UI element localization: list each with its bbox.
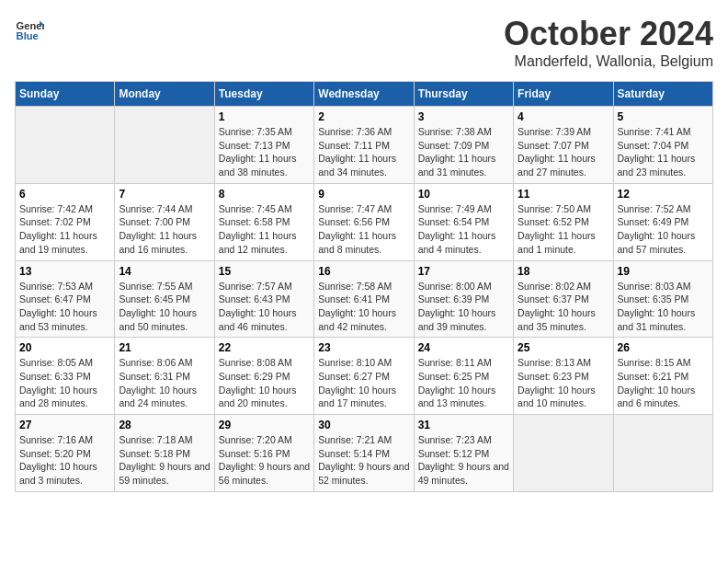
day-info: Sunrise: 7:57 AMSunset: 6:43 PMDaylight:… <box>219 280 310 334</box>
calendar-day-header: Thursday <box>414 82 513 107</box>
day-info: Sunrise: 7:39 AMSunset: 7:07 PMDaylight:… <box>518 125 609 179</box>
calendar-body: 1Sunrise: 7:35 AMSunset: 7:13 PMDaylight… <box>16 107 713 492</box>
location: Manderfeld, Wallonia, Belgium <box>504 53 713 70</box>
day-number: 20 <box>19 341 110 354</box>
day-info: Sunrise: 8:05 AMSunset: 6:33 PMDaylight:… <box>19 356 110 410</box>
calendar-day-header: Sunday <box>16 82 115 107</box>
calendar-cell <box>115 107 214 184</box>
day-number: 28 <box>119 419 210 431</box>
day-number: 16 <box>318 265 409 278</box>
day-number: 4 <box>518 110 609 123</box>
calendar-cell: 14Sunrise: 7:55 AMSunset: 6:45 PMDayligh… <box>115 260 214 338</box>
calendar-cell: 12Sunrise: 7:52 AMSunset: 6:49 PMDayligh… <box>613 183 712 260</box>
day-number: 6 <box>19 188 110 201</box>
day-info: Sunrise: 8:11 AMSunset: 6:25 PMDaylight:… <box>418 356 509 410</box>
day-info: Sunrise: 7:45 AMSunset: 6:58 PMDaylight:… <box>219 202 310 257</box>
day-number: 29 <box>219 419 310 431</box>
calendar-cell: 7Sunrise: 7:44 AMSunset: 7:00 PMDaylight… <box>115 183 214 260</box>
logo-icon: General Blue <box>15 15 44 44</box>
calendar-cell: 1Sunrise: 7:35 AMSunset: 7:13 PMDaylight… <box>214 107 313 184</box>
calendar-week-row: 20Sunrise: 8:05 AMSunset: 6:33 PMDayligh… <box>16 338 713 415</box>
day-info: Sunrise: 7:44 AMSunset: 7:00 PMDaylight:… <box>119 202 210 257</box>
day-number: 27 <box>19 419 110 431</box>
calendar-day-header: Saturday <box>613 82 712 107</box>
day-info: Sunrise: 7:42 AMSunset: 7:02 PMDaylight:… <box>19 202 110 257</box>
calendar-cell: 25Sunrise: 8:13 AMSunset: 6:23 PMDayligh… <box>514 338 613 415</box>
calendar-cell: 27Sunrise: 7:16 AMSunset: 5:20 PMDayligh… <box>16 415 115 492</box>
day-number: 24 <box>418 341 509 354</box>
calendar-week-row: 6Sunrise: 7:42 AMSunset: 7:02 PMDaylight… <box>16 183 713 260</box>
day-info: Sunrise: 8:06 AMSunset: 6:31 PMDaylight:… <box>119 356 210 410</box>
day-number: 23 <box>318 341 409 354</box>
day-info: Sunrise: 8:03 AMSunset: 6:35 PMDaylight:… <box>618 280 709 334</box>
day-info: Sunrise: 7:36 AMSunset: 7:11 PMDaylight:… <box>318 125 409 179</box>
day-number: 2 <box>318 110 409 123</box>
calendar-day-header: Tuesday <box>214 82 313 107</box>
calendar-cell: 20Sunrise: 8:05 AMSunset: 6:33 PMDayligh… <box>16 338 115 415</box>
calendar-header-row: SundayMondayTuesdayWednesdayThursdayFrid… <box>16 82 713 107</box>
calendar-cell: 30Sunrise: 7:21 AMSunset: 5:14 PMDayligh… <box>314 415 414 492</box>
day-number: 21 <box>119 341 210 354</box>
day-number: 12 <box>618 188 709 201</box>
calendar-cell: 15Sunrise: 7:57 AMSunset: 6:43 PMDayligh… <box>214 260 313 338</box>
calendar-cell: 28Sunrise: 7:18 AMSunset: 5:18 PMDayligh… <box>115 415 214 492</box>
calendar-cell: 5Sunrise: 7:41 AMSunset: 7:04 PMDaylight… <box>613 107 712 184</box>
calendar-cell: 18Sunrise: 8:02 AMSunset: 6:37 PMDayligh… <box>514 260 613 338</box>
day-number: 31 <box>418 419 509 431</box>
day-number: 9 <box>318 188 409 201</box>
title-block: October 2024 Manderfeld, Wallonia, Belgi… <box>504 15 713 70</box>
day-info: Sunrise: 7:16 AMSunset: 5:20 PMDaylight:… <box>19 433 110 488</box>
day-number: 22 <box>219 341 310 354</box>
day-number: 10 <box>418 188 509 201</box>
day-number: 11 <box>518 188 609 201</box>
day-info: Sunrise: 8:02 AMSunset: 6:37 PMDaylight:… <box>518 280 609 334</box>
calendar-cell: 16Sunrise: 7:58 AMSunset: 6:41 PMDayligh… <box>314 260 414 338</box>
calendar-cell: 11Sunrise: 7:50 AMSunset: 6:52 PMDayligh… <box>514 183 613 260</box>
day-info: Sunrise: 8:00 AMSunset: 6:39 PMDaylight:… <box>418 280 509 334</box>
calendar-cell: 29Sunrise: 7:20 AMSunset: 5:16 PMDayligh… <box>214 415 313 492</box>
day-number: 8 <box>219 188 310 201</box>
day-info: Sunrise: 7:18 AMSunset: 5:18 PMDaylight:… <box>119 433 210 488</box>
day-number: 7 <box>119 188 210 201</box>
day-number: 19 <box>618 265 709 278</box>
day-info: Sunrise: 8:08 AMSunset: 6:29 PMDaylight:… <box>219 356 310 410</box>
day-info: Sunrise: 7:35 AMSunset: 7:13 PMDaylight:… <box>219 125 310 179</box>
calendar-cell: 26Sunrise: 8:15 AMSunset: 6:21 PMDayligh… <box>613 338 712 415</box>
calendar-cell: 4Sunrise: 7:39 AMSunset: 7:07 PMDaylight… <box>514 107 613 184</box>
day-info: Sunrise: 7:20 AMSunset: 5:16 PMDaylight:… <box>219 433 310 488</box>
day-info: Sunrise: 7:23 AMSunset: 5:12 PMDaylight:… <box>418 433 509 488</box>
day-number: 30 <box>318 419 409 431</box>
calendar-cell: 23Sunrise: 8:10 AMSunset: 6:27 PMDayligh… <box>314 338 414 415</box>
svg-text:Blue: Blue <box>17 30 39 41</box>
calendar-cell: 8Sunrise: 7:45 AMSunset: 6:58 PMDaylight… <box>214 183 313 260</box>
calendar-cell: 3Sunrise: 7:38 AMSunset: 7:09 PMDaylight… <box>414 107 513 184</box>
day-info: Sunrise: 7:52 AMSunset: 6:49 PMDaylight:… <box>618 202 709 257</box>
calendar-day-header: Monday <box>115 82 214 107</box>
calendar-cell: 19Sunrise: 8:03 AMSunset: 6:35 PMDayligh… <box>613 260 712 338</box>
calendar-cell: 24Sunrise: 8:11 AMSunset: 6:25 PMDayligh… <box>414 338 513 415</box>
calendar-cell: 31Sunrise: 7:23 AMSunset: 5:12 PMDayligh… <box>414 415 513 492</box>
day-number: 1 <box>219 110 310 123</box>
calendar-cell: 9Sunrise: 7:47 AMSunset: 6:56 PMDaylight… <box>314 183 414 260</box>
calendar-week-row: 13Sunrise: 7:53 AMSunset: 6:47 PMDayligh… <box>16 260 713 338</box>
calendar-cell <box>613 415 712 492</box>
calendar-cell: 21Sunrise: 8:06 AMSunset: 6:31 PMDayligh… <box>115 338 214 415</box>
day-number: 13 <box>19 265 110 278</box>
calendar-day-header: Wednesday <box>314 82 414 107</box>
month-title: October 2024 <box>504 15 713 53</box>
calendar-cell: 17Sunrise: 8:00 AMSunset: 6:39 PMDayligh… <box>414 260 513 338</box>
day-info: Sunrise: 7:41 AMSunset: 7:04 PMDaylight:… <box>618 125 709 179</box>
logo: General Blue <box>15 15 44 44</box>
day-number: 3 <box>418 110 509 123</box>
day-info: Sunrise: 8:15 AMSunset: 6:21 PMDaylight:… <box>618 356 709 410</box>
calendar-day-header: Friday <box>514 82 613 107</box>
day-info: Sunrise: 8:10 AMSunset: 6:27 PMDaylight:… <box>318 356 409 410</box>
day-number: 26 <box>618 341 709 354</box>
day-number: 5 <box>618 110 709 123</box>
calendar-cell: 6Sunrise: 7:42 AMSunset: 7:02 PMDaylight… <box>16 183 115 260</box>
day-info: Sunrise: 7:55 AMSunset: 6:45 PMDaylight:… <box>119 280 210 334</box>
day-info: Sunrise: 7:38 AMSunset: 7:09 PMDaylight:… <box>418 125 509 179</box>
calendar-cell: 22Sunrise: 8:08 AMSunset: 6:29 PMDayligh… <box>214 338 313 415</box>
day-info: Sunrise: 7:58 AMSunset: 6:41 PMDaylight:… <box>318 280 409 334</box>
day-info: Sunrise: 7:53 AMSunset: 6:47 PMDaylight:… <box>19 280 110 334</box>
